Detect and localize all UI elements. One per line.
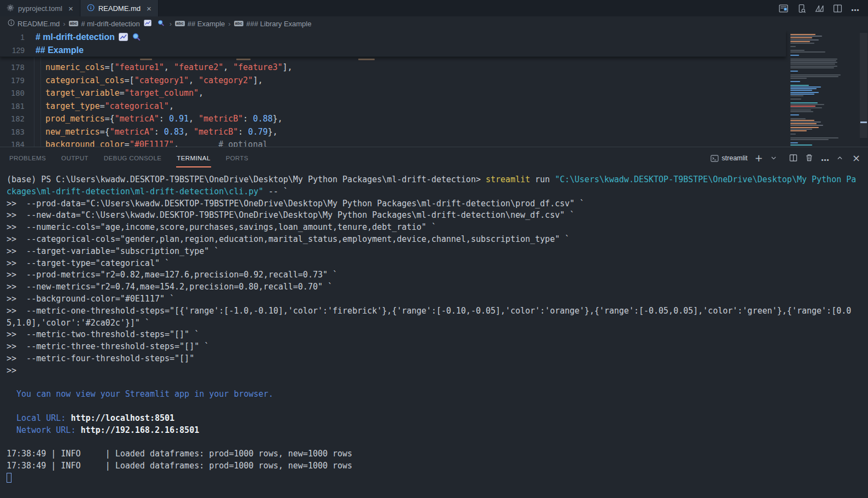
code-token: numeric_cols — [45, 62, 104, 72]
terminal-cursor — [7, 473, 11, 483]
code-text: new_metrics={"metricA": 0.83, "metricB":… — [25, 127, 278, 137]
tab-bar-empty-space — [159, 0, 779, 16]
terminal-text: >> --metric-three-threshold-steps="[]" ` — [7, 341, 209, 351]
overview-ruler[interactable] — [860, 31, 868, 147]
minimap-line — [790, 63, 835, 65]
terminal-line: >> --background-color="#0E1117" ` — [7, 294, 868, 306]
terminal-text: "C:\Users\kwadw.DESKTOP-T9BSTPE\OneDrive… — [555, 175, 856, 184]
close-tab-icon[interactable]: × — [68, 4, 73, 13]
clipped-code-line — [140, 59, 152, 60]
code-token: "#0E1117" — [130, 140, 174, 147]
minimap-line — [790, 118, 806, 119]
terminal-text: http://localhost:8501 — [71, 413, 174, 423]
panel-tab-problems[interactable]: PROBLEMS — [9, 149, 46, 167]
code-token: target_type — [45, 101, 100, 111]
terminal-instance-streamlit[interactable]: streamlit — [710, 154, 748, 163]
code-line[interactable]: 178 numeric_cols=["feature1", "feature2"… — [0, 61, 786, 74]
minimap-line — [790, 123, 817, 124]
breadcrumb-file[interactable]: README.md — [8, 19, 60, 28]
code-line[interactable]: 182 prod_metrics={"metricA": 0.91, "metr… — [0, 113, 786, 126]
minimap-line — [790, 43, 814, 44]
code-line[interactable]: 1 # ml-drift-detection — [0, 31, 786, 44]
breadcrumb-label: # ml-drift-detection — [81, 20, 140, 28]
split-terminal-icon[interactable] — [789, 154, 798, 163]
code-line[interactable]: 180 target_variable="target_column", — [0, 87, 786, 100]
tab-pyproject-toml[interactable]: pyproject.toml × — [0, 0, 80, 16]
minimap-line — [790, 102, 818, 103]
minimap-line — [790, 85, 809, 86]
terminal-line: >> --metric-four-threshold-steps="[]" — [7, 354, 868, 366]
breadcrumb-h2[interactable]: abc ## Example — [175, 20, 225, 28]
search-preview-icon[interactable] — [797, 4, 806, 13]
chevron-down-icon[interactable] — [770, 154, 779, 163]
code-token: : — [154, 127, 164, 137]
minimap[interactable] — [786, 31, 860, 147]
overview-ruler-decoration — [860, 121, 867, 123]
line-number: 182 — [0, 114, 25, 123]
terminal-text: >> --new-data="C:\Users\kwadw.DESKTOP-T9… — [7, 210, 575, 220]
minimap-line — [790, 134, 796, 135]
terminal-line: >> --new-metrics="r2=0.74,mae=154.2,prec… — [7, 282, 868, 294]
terminal-text: 17:38:49 | INFO | Loaded dataframes: pro… — [7, 449, 352, 459]
close-tab-icon[interactable]: × — [147, 4, 152, 13]
editor-pane[interactable]: 178 numeric_cols=["feature1", "feature2"… — [0, 31, 868, 147]
terminal-line: Network URL: http://192.168.2.16:8501 — [7, 425, 868, 437]
minimap-line — [790, 39, 819, 40]
code-token: }, — [268, 127, 278, 137]
minimap-line — [790, 90, 812, 91]
panel-tab-debug-console[interactable]: DEBUG CONSOLE — [103, 149, 162, 167]
code-line[interactable]: 183 new_metrics={"metricA": 0.83, "metri… — [0, 125, 786, 138]
terminal-line: >> --metric-three-threshold-steps="[]" ` — [7, 341, 868, 354]
code-token: "metricB" — [194, 127, 238, 137]
minimap-line — [790, 62, 837, 63]
minimap-line — [790, 139, 829, 140]
breadcrumb-label: README.md — [18, 20, 60, 28]
terminal-text: 17:38:49 | INFO | Loaded dataframes: pro… — [7, 461, 352, 471]
magnifier-icon — [132, 33, 141, 41]
code-token: "feature3" — [233, 62, 282, 72]
markdown-preview-icon[interactable] — [815, 4, 824, 13]
minimap-line — [790, 76, 838, 77]
minimap-line — [790, 67, 834, 68]
panel-tab-ports[interactable]: PORTS — [225, 149, 249, 167]
open-preview-icon[interactable] — [779, 4, 788, 13]
code-token: "category1" — [135, 76, 189, 85]
terminal-line: >> --metric-one-threshold-steps="[{'rang… — [7, 306, 868, 318]
code-token: : — [159, 114, 169, 124]
more-actions-icon[interactable]: … — [821, 154, 829, 163]
minimap-line — [790, 95, 803, 96]
terminal-icon — [710, 154, 719, 163]
new-terminal-icon[interactable]: + — [755, 153, 763, 163]
code-token: prod_metrics — [45, 114, 104, 124]
maximize-panel-icon[interactable] — [836, 154, 845, 163]
breadcrumb-h3[interactable]: abc ### Library Example — [234, 20, 312, 28]
terminal-text: Network URL: — [7, 425, 80, 435]
tab-readme-md[interactable]: README.md × — [80, 0, 159, 16]
indent-guide — [34, 57, 34, 147]
code-token: ={ — [104, 114, 114, 124]
code-line[interactable]: 129 ## Example — [0, 44, 786, 57]
more-actions-icon[interactable]: … — [851, 4, 859, 13]
code-token: , — [184, 127, 194, 137]
code-token: "feature1" — [115, 62, 164, 72]
panel-actions: streamlit + … × — [710, 153, 860, 163]
code-text: prod_metrics={"metricA": 0.91, "metricB"… — [25, 114, 283, 124]
code-line[interactable]: 179 categorical_cols=["category1", "cate… — [0, 74, 786, 87]
panel-tab-output[interactable]: OUTPUT — [61, 149, 89, 167]
code-line[interactable]: 181 target_type="categorical", — [0, 100, 786, 113]
terminal-text: >> --target-type="categorical" ` — [7, 258, 170, 268]
terminal-line: >> --metric-two-threshold-steps="[]" ` — [7, 329, 868, 341]
code-token: "metricB" — [199, 114, 243, 124]
breadcrumb-h1[interactable]: abc # ml-drift-detection — [69, 20, 166, 28]
info-icon — [87, 4, 95, 13]
close-panel-icon[interactable]: × — [852, 153, 860, 163]
kill-terminal-icon[interactable] — [805, 154, 814, 163]
breadcrumb-separator: › — [228, 20, 230, 28]
panel-tab-terminal[interactable]: TERMINAL — [176, 149, 211, 167]
code-token: , — [199, 88, 203, 98]
terminal-output[interactable]: (base) PS C:\Users\kwadw.DESKTOP-T9BSTPE… — [0, 169, 868, 498]
split-editor-icon[interactable] — [833, 4, 842, 13]
minimap-line — [790, 34, 815, 35]
terminal-line: >> --target-variable="subscription_type"… — [7, 246, 868, 258]
code-line[interactable]: 184 background_color="#0E1117", # option… — [0, 138, 786, 147]
